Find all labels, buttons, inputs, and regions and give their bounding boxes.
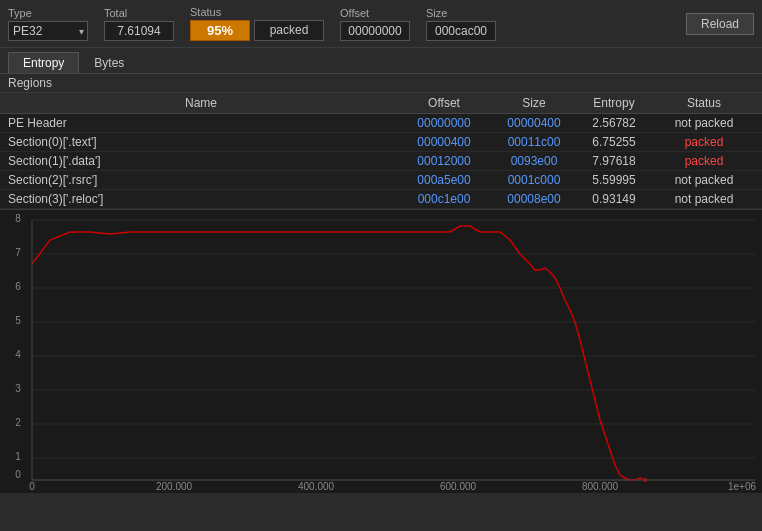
offset-label: Offset (340, 7, 410, 19)
cell-offset: 00000000 (394, 116, 494, 130)
table-row[interactable]: PE Header 00000000 00000400 2.56782 not … (0, 114, 762, 133)
cell-offset: 00000400 (394, 135, 494, 149)
tabs-bar: Entropy Bytes (0, 48, 762, 74)
cell-offset: 000a5e00 (394, 173, 494, 187)
svg-text:600,000: 600,000 (440, 481, 477, 490)
cell-offset: 000c1e00 (394, 192, 494, 206)
header-offset: Offset (394, 96, 494, 110)
total-label: Total (104, 7, 174, 19)
chart-area: 8 7 6 5 4 3 2 1 0 0 200,000 400,000 600,… (0, 210, 762, 493)
header-size: Size (494, 96, 574, 110)
svg-text:0: 0 (29, 481, 35, 490)
table-row[interactable]: Section(2)['.rsrc'] 000a5e00 0001c000 5.… (0, 171, 762, 190)
offset-group: Offset 00000000 (340, 7, 410, 41)
svg-text:800,000: 800,000 (582, 481, 619, 490)
cell-name: Section(2)['.rsrc'] (8, 173, 394, 187)
total-group: Total 7.61094 (104, 7, 174, 41)
size-group: Size 000cac00 (426, 7, 496, 41)
cell-status: not packed (654, 116, 754, 130)
offset-value: 00000000 (340, 21, 410, 41)
table-header: Name Offset Size Entropy Status (0, 93, 762, 114)
header-name: Name (8, 96, 394, 110)
type-label: Type (8, 7, 88, 19)
cell-size: 0001c000 (494, 173, 574, 187)
svg-text:1e+06: 1e+06 (728, 481, 757, 490)
tab-bytes[interactable]: Bytes (79, 52, 139, 73)
cell-size: 00011c00 (494, 135, 574, 149)
header-status: Status (654, 96, 754, 110)
entropy-chart: 8 7 6 5 4 3 2 1 0 0 200,000 400,000 600,… (0, 210, 762, 490)
svg-text:2: 2 (15, 417, 21, 428)
regions-table: Name Offset Size Entropy Status PE Heade… (0, 93, 762, 210)
svg-text:4: 4 (15, 349, 21, 360)
size-value: 000cac00 (426, 21, 496, 41)
svg-text:6: 6 (15, 281, 21, 292)
cell-entropy: 7.97618 (574, 154, 654, 168)
svg-text:1: 1 (15, 451, 21, 462)
cell-entropy: 2.56782 (574, 116, 654, 130)
cell-status: packed (654, 135, 754, 149)
total-value: 7.61094 (104, 21, 174, 41)
cell-name: Section(3)['.reloc'] (8, 192, 394, 206)
type-select-wrapper[interactable]: PE32 (8, 21, 88, 41)
type-group: Type PE32 (8, 7, 88, 41)
reload-wrapper[interactable]: Reload (686, 13, 754, 35)
cell-name: PE Header (8, 116, 394, 130)
top-bar: Type PE32 Total 7.61094 Status 95% packe… (0, 0, 762, 48)
cell-offset: 00012000 (394, 154, 494, 168)
svg-text:5: 5 (15, 315, 21, 326)
cell-name: Section(0)['.text'] (8, 135, 394, 149)
status-value: packed (254, 20, 324, 41)
svg-text:200,000: 200,000 (156, 481, 193, 490)
status-pct: 95% (190, 20, 250, 41)
cell-size: 00008e00 (494, 192, 574, 206)
tab-entropy[interactable]: Entropy (8, 52, 79, 73)
svg-text:7: 7 (15, 247, 21, 258)
cell-entropy: 6.75255 (574, 135, 654, 149)
cell-entropy: 0.93149 (574, 192, 654, 206)
cell-status: not packed (654, 173, 754, 187)
svg-text:3: 3 (15, 383, 21, 394)
cell-name: Section(1)['.data'] (8, 154, 394, 168)
svg-text:8: 8 (15, 213, 21, 224)
table-body: PE Header 00000000 00000400 2.56782 not … (0, 114, 762, 209)
svg-text:400,000: 400,000 (298, 481, 335, 490)
reload-button[interactable]: Reload (686, 13, 754, 35)
table-row[interactable]: Section(3)['.reloc'] 000c1e00 00008e00 0… (0, 190, 762, 209)
type-select[interactable]: PE32 (8, 21, 88, 41)
table-row[interactable]: Section(0)['.text'] 00000400 00011c00 6.… (0, 133, 762, 152)
cell-entropy: 5.59995 (574, 173, 654, 187)
svg-rect-0 (0, 210, 762, 490)
cell-status: packed (654, 154, 754, 168)
cell-size: 00000400 (494, 116, 574, 130)
regions-label: Regions (0, 74, 762, 93)
cell-status: not packed (654, 192, 754, 206)
size-label: Size (426, 7, 496, 19)
table-row[interactable]: Section(1)['.data'] 00012000 0093e00 7.9… (0, 152, 762, 171)
svg-text:0: 0 (15, 469, 21, 480)
header-entropy: Entropy (574, 96, 654, 110)
cell-size: 0093e00 (494, 154, 574, 168)
status-group: Status 95% packed (190, 6, 324, 41)
status-label: Status (190, 6, 324, 18)
